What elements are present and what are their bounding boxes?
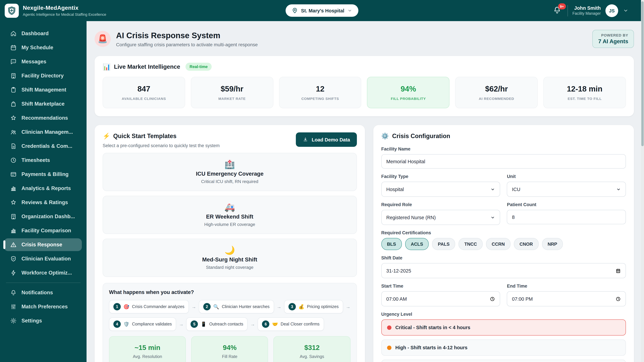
gear-icon bbox=[10, 318, 17, 324]
avatar[interactable]: JS bbox=[606, 4, 618, 17]
sidebar-item-crisis-response[interactable]: Crisis Response bbox=[4, 238, 82, 251]
lightning-emoji-icon: ⚡ bbox=[103, 132, 110, 140]
clock-icon bbox=[490, 296, 495, 302]
cert-chip-bls[interactable]: BLS bbox=[381, 238, 402, 250]
stat-fill-rate: 94%Fill Rate bbox=[191, 336, 268, 362]
facility-type-label: Facility Type bbox=[381, 174, 500, 179]
sidebar-item-match-preferences[interactable]: Match Preferences bbox=[4, 300, 82, 313]
user-menu-chevron-icon[interactable] bbox=[623, 8, 628, 13]
chevron-down-icon bbox=[347, 8, 352, 13]
sidebar-item-analytics-reports[interactable]: Analytics & Reports bbox=[4, 182, 82, 195]
user-role: Facility Manager bbox=[572, 11, 601, 16]
sidebar-divider bbox=[6, 283, 80, 283]
red-dot-icon bbox=[387, 325, 391, 330]
urgency-option-critical[interactable]: Critical - Shift starts in < 4 hours bbox=[381, 320, 626, 336]
required-role-select[interactable]: Registered Nurse (RN) bbox=[381, 210, 500, 225]
stat-avg-savings: $312Avg. Savings bbox=[274, 336, 350, 362]
sidebar-item-notifications[interactable]: Notifications bbox=[4, 286, 82, 299]
scrollbar-track[interactable] bbox=[641, 0, 644, 362]
clipboard-icon bbox=[10, 86, 17, 93]
quick-start-subtitle: Select a pre-configured scenario to quic… bbox=[103, 143, 220, 148]
header-divider bbox=[567, 5, 568, 16]
star-icon bbox=[10, 199, 17, 206]
facility-name-label: Facility Name bbox=[381, 146, 626, 151]
load-demo-data-button[interactable]: Load Demo Data bbox=[296, 132, 357, 147]
brand: Nexgile-MedAgentix Agentic Intelligence … bbox=[0, 3, 146, 17]
sidebar-item-facility-comparison[interactable]: Facility Comparison bbox=[4, 224, 82, 237]
template-med-surg-night-shift[interactable]: 🌙 Med-Surg Night Shift Standard night co… bbox=[103, 239, 357, 277]
target-emoji-icon: 🎯 bbox=[124, 304, 129, 309]
sidebar-item-shift-management[interactable]: Shift Management bbox=[4, 83, 82, 96]
stat-market-rate: $59/hrMARKET RATE bbox=[191, 77, 273, 108]
home-icon bbox=[10, 30, 17, 37]
stat-est-time-to-fill: 12-18 minEST. TIME TO FILL bbox=[544, 77, 626, 108]
workflow-title: What happens when you activate? bbox=[109, 289, 350, 295]
arrow-right: → bbox=[192, 304, 196, 309]
notifications-button[interactable]: 9+ bbox=[552, 5, 563, 15]
sidebar-item-messages[interactable]: Messages bbox=[4, 55, 82, 68]
handshake-emoji-icon: 🤝 bbox=[272, 322, 278, 327]
bar-chart-emoji-icon: 📊 bbox=[103, 63, 110, 70]
sidebar-item-credentials-compliance[interactable]: Credentials & Com... bbox=[4, 140, 82, 152]
lightning-icon bbox=[10, 270, 17, 276]
warning-triangle-icon bbox=[10, 241, 17, 248]
bell-icon bbox=[10, 289, 17, 296]
workflow-step-2: 2🔍Clinician Hunter searches bbox=[199, 300, 274, 313]
patient-count-label: Patient Count bbox=[507, 202, 626, 207]
cert-chip-nrp[interactable]: NRP bbox=[542, 238, 563, 250]
download-icon bbox=[302, 137, 308, 142]
sidebar-item-shift-marketplace[interactable]: Shift Marketplace bbox=[4, 97, 82, 110]
start-time-input[interactable]: 07:00 AM bbox=[381, 291, 500, 306]
cert-chip-tncc[interactable]: TNCC bbox=[459, 238, 483, 250]
scrollbar-thumb[interactable] bbox=[641, 1, 644, 146]
chat-icon bbox=[10, 58, 17, 65]
clock-icon bbox=[616, 296, 621, 302]
building-icon bbox=[10, 213, 17, 220]
cert-chip-cnor[interactable]: CNOR bbox=[514, 238, 539, 250]
facility-selector[interactable]: St. Mary's Hospital bbox=[286, 4, 358, 17]
arrow-right: → bbox=[250, 322, 255, 327]
sidebar-item-reviews-ratings[interactable]: Reviews & Ratings bbox=[4, 196, 82, 209]
calendar-icon bbox=[10, 44, 17, 51]
patient-count-input[interactable] bbox=[507, 210, 626, 224]
page-header: 🚨 AI Crisis Response System Configure st… bbox=[94, 30, 634, 48]
urgency-option-medium[interactable]: Medium - Shift starts in 12-24 hours bbox=[381, 360, 626, 362]
stat-competing-shifts: 12COMPETING SHIFTS bbox=[279, 77, 362, 108]
credit-card-icon bbox=[10, 171, 17, 178]
powered-by-value: 7 AI Agents bbox=[598, 38, 628, 44]
shift-date-input[interactable]: 31-12-2025 bbox=[381, 263, 626, 278]
facility-type-select[interactable]: Hospital bbox=[381, 182, 500, 197]
sidebar-item-dashboard[interactable]: Dashboard bbox=[4, 27, 82, 40]
powered-by-badge: POWERED BY 7 AI Agents bbox=[592, 30, 634, 48]
hospital-emoji-icon: 🏥 bbox=[224, 160, 235, 168]
page-title: AI Crisis Response System bbox=[116, 31, 258, 40]
user-name: John Smith bbox=[572, 5, 601, 11]
sidebar-item-recommendations[interactable]: Recommendations bbox=[4, 112, 82, 124]
sidebar-item-workforce-optimization[interactable]: Workforce Optimiz... bbox=[4, 267, 82, 279]
unit-select[interactable]: ICU bbox=[507, 182, 626, 197]
urgency-option-high[interactable]: High - Shift starts in 4-12 hours bbox=[381, 340, 626, 356]
sidebar-item-clinician-evaluation[interactable]: Clinician Evaluation bbox=[4, 252, 82, 265]
template-icu-emergency-coverage[interactable]: 🏥 ICU Emergency Coverage Critical ICU sh… bbox=[103, 153, 357, 191]
workflow-step-6: 6🤝Deal Closer confirms bbox=[258, 318, 324, 331]
page-subtitle: Configure staffing crisis parameters to … bbox=[116, 42, 258, 47]
document-icon bbox=[10, 143, 17, 149]
ambulance-emoji-icon: 🚑 bbox=[224, 203, 235, 211]
facility-name-input[interactable] bbox=[381, 154, 626, 169]
cert-chip-acls[interactable]: ACLS bbox=[405, 238, 429, 250]
sidebar-item-timesheets[interactable]: Timesheets bbox=[4, 154, 82, 167]
sidebar-item-organization-dashboard[interactable]: Organization Dashb... bbox=[4, 210, 82, 223]
sidebar-item-facility-directory[interactable]: Facility Directory bbox=[4, 69, 82, 82]
cert-chip-pals[interactable]: PALS bbox=[432, 238, 455, 250]
phone-emoji-icon: 📱 bbox=[201, 322, 206, 327]
sidebar-item-clinician-management[interactable]: Clinician Managem... bbox=[4, 126, 82, 138]
star-icon bbox=[10, 115, 17, 121]
template-er-weekend-shift[interactable]: 🚑 ER Weekend Shift High-volume ER covera… bbox=[103, 196, 357, 234]
sidebar-item-payments-billing[interactable]: Payments & Billing bbox=[4, 168, 82, 181]
calendar-icon bbox=[616, 268, 621, 273]
magnifier-emoji-icon: 🔍 bbox=[213, 304, 219, 309]
sidebar-item-my-schedule[interactable]: My Schedule bbox=[4, 41, 82, 54]
sidebar-item-settings[interactable]: Settings bbox=[4, 314, 82, 327]
end-time-input[interactable]: 07:00 PM bbox=[507, 291, 626, 306]
cert-chip-ccrn[interactable]: CCRN bbox=[486, 238, 510, 250]
